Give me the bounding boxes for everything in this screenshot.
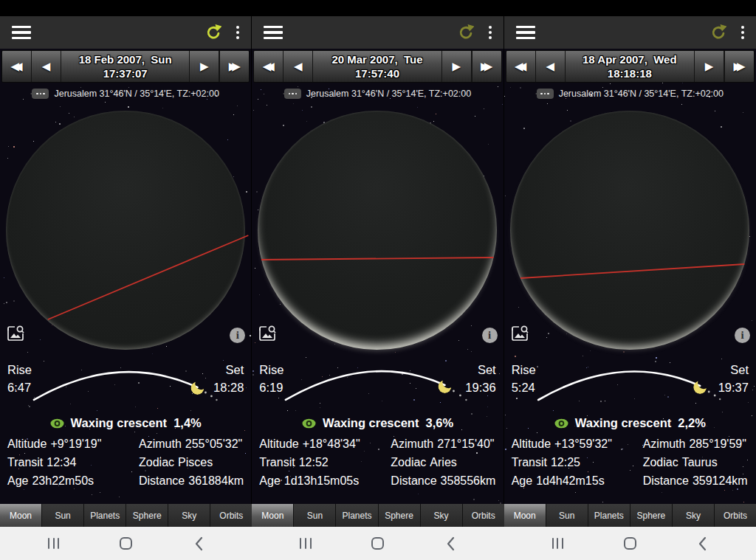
transit-row: Transit12:34 — [7, 456, 76, 469]
bottom-tab-bar: Moon Sun Planets Sphere Sky Orbits — [0, 504, 252, 527]
next-button[interactable]: ▶ — [695, 51, 724, 82]
location-text: Jerusalem 31°46'N / 35°14'E, TZ:+02:00 — [54, 89, 219, 99]
location-row[interactable]: Jerusalem 31°46'N / 35°14'E, TZ:+02:00 — [504, 89, 756, 99]
home-icon[interactable] — [118, 536, 134, 552]
tab-sky[interactable]: Sky — [421, 504, 463, 527]
set-time: 19:36 — [465, 381, 495, 395]
distance-row: Distance359124km — [643, 474, 748, 488]
prev-button[interactable]: ◀ — [32, 51, 61, 82]
date-text: 18 Apr 2007, Wed — [583, 52, 677, 66]
datetime-display[interactable]: 18 Feb 2007, Sun 17:37:07 — [61, 51, 190, 82]
recents-icon[interactable] — [298, 536, 314, 552]
next-fast-button[interactable]: ▶▶ — [219, 51, 249, 82]
menu-icon[interactable] — [516, 26, 535, 39]
sky-view: ◀◀ ◀ 18 Apr 2007, Wed 18:18:18 ▶ ▶▶ Jeru… — [504, 49, 756, 504]
photo-preview-icon[interactable] — [6, 325, 25, 342]
phase-illumination: 1,4% — [173, 416, 202, 430]
prev-fast-button[interactable]: ◀◀ — [254, 51, 284, 82]
zodiac-row: ZodiacTaurus — [643, 456, 718, 469]
tab-moon[interactable]: Moon — [252, 504, 294, 527]
phase-name: Waxing crescent — [71, 416, 168, 430]
tab-orbits[interactable]: Orbits — [463, 504, 504, 527]
tab-sphere[interactable]: Sphere — [126, 504, 168, 527]
tab-planets[interactable]: Planets — [336, 504, 378, 527]
bottom-tab-bar: Moon Sun Planets Sphere Sky Orbits — [504, 504, 756, 527]
tab-sky[interactable]: Sky — [168, 504, 210, 527]
tab-sphere[interactable]: Sphere — [379, 504, 421, 527]
android-nav-bar — [0, 527, 252, 560]
location-bubble-icon — [537, 89, 554, 99]
info-icon[interactable]: i — [482, 328, 498, 343]
menu-icon[interactable] — [264, 26, 283, 39]
visibility-eye-icon — [554, 418, 568, 429]
tab-orbits[interactable]: Orbits — [210, 504, 252, 527]
tab-sun[interactable]: Sun — [42, 504, 84, 527]
photo-preview-icon[interactable] — [258, 325, 277, 342]
prev-fast-button[interactable]: ◀◀ — [506, 51, 536, 82]
prev-button[interactable]: ◀ — [536, 51, 566, 82]
overflow-menu-icon[interactable] — [232, 23, 244, 42]
toolbar — [504, 16, 756, 49]
set-label: Set — [730, 363, 749, 377]
altitude-row: Altitude+18°48'34" — [259, 438, 360, 451]
prev-fast-button[interactable]: ◀◀ — [2, 51, 32, 82]
tab-sun[interactable]: Sun — [294, 504, 336, 527]
datetime-display[interactable]: 18 Apr 2007, Wed 18:18:18 — [566, 51, 695, 82]
location-text: Jerusalem 31°46'N / 35°14'E, TZ:+02:00 — [559, 89, 724, 99]
next-fast-button[interactable]: ▶▶ — [472, 51, 501, 82]
tab-sky[interactable]: Sky — [673, 504, 715, 527]
toolbar — [0, 16, 252, 49]
next-button[interactable]: ▶ — [190, 51, 219, 82]
rise-label: Rise — [512, 363, 536, 377]
tab-planets[interactable]: Planets — [84, 504, 126, 527]
refresh-icon[interactable] — [457, 24, 474, 41]
back-icon[interactable] — [694, 536, 710, 552]
recents-icon[interactable] — [549, 536, 566, 552]
back-icon[interactable] — [190, 536, 207, 552]
moon-disc[interactable] — [510, 111, 749, 350]
info-icon[interactable]: i — [735, 328, 750, 343]
refresh-icon[interactable] — [709, 24, 726, 41]
sky-view: ◀◀ ◀ 18 Feb 2007, Sun 17:37:07 ▶ ▶▶ Jeru… — [0, 49, 252, 504]
location-bubble-icon — [284, 89, 301, 99]
set-label: Set — [478, 363, 496, 377]
rise-time: 6:19 — [259, 381, 283, 395]
set-time: 18:28 — [213, 381, 244, 395]
location-row[interactable]: Jerusalem 31°46'N / 35°14'E, TZ:+02:00 — [0, 89, 251, 99]
tab-sun[interactable]: Sun — [546, 504, 588, 527]
moon-disc[interactable] — [258, 111, 497, 350]
photo-preview-icon[interactable] — [510, 325, 529, 342]
home-icon[interactable] — [622, 536, 638, 552]
menu-icon[interactable] — [12, 26, 31, 39]
prev-button[interactable]: ◀ — [284, 51, 313, 82]
distance-row: Distance361884km — [139, 474, 244, 488]
age-row: Age1d13h15m05s — [259, 474, 359, 488]
next-button[interactable]: ▶ — [442, 51, 472, 82]
tab-planets[interactable]: Planets — [588, 504, 630, 527]
age-row: Age23h22m50s — [7, 474, 94, 488]
location-row[interactable]: Jerusalem 31°46'N / 35°14'E, TZ:+02:00 — [252, 89, 503, 99]
moon-disc[interactable] — [6, 111, 245, 350]
back-icon[interactable] — [442, 536, 458, 552]
datetime-display[interactable]: 20 Mar 2007, Tue 17:57:40 — [313, 51, 441, 82]
time-text: 17:37:07 — [103, 66, 148, 80]
home-icon[interactable] — [370, 536, 386, 552]
moon-panel-1: ◀◀ ◀ 18 Feb 2007, Sun 17:37:07 ▶ ▶▶ Jeru… — [0, 16, 252, 560]
tab-sphere[interactable]: Sphere — [630, 504, 673, 527]
android-nav-bar — [504, 527, 756, 560]
recents-icon[interactable] — [46, 536, 62, 552]
next-fast-button[interactable]: ▶▶ — [724, 51, 754, 82]
tab-moon[interactable]: Moon — [504, 504, 546, 527]
transit-row: Transit12:25 — [512, 456, 580, 469]
refresh-icon[interactable] — [205, 24, 221, 41]
overflow-menu-icon[interactable] — [484, 23, 496, 42]
tab-orbits[interactable]: Orbits — [715, 504, 756, 527]
time-text: 17:57:40 — [355, 66, 399, 80]
date-navigation-bar: ◀◀ ◀ 20 Mar 2007, Tue 17:57:40 ▶ ▶▶ — [253, 50, 501, 83]
tab-moon[interactable]: Moon — [0, 504, 42, 527]
location-bubble-icon — [32, 89, 49, 99]
phase-row: Waxing crescent 3,6% — [252, 416, 503, 430]
overflow-menu-icon[interactable] — [737, 23, 749, 42]
date-text: 18 Feb 2007, Sun — [79, 52, 172, 66]
date-text: 20 Mar 2007, Tue — [331, 52, 422, 66]
